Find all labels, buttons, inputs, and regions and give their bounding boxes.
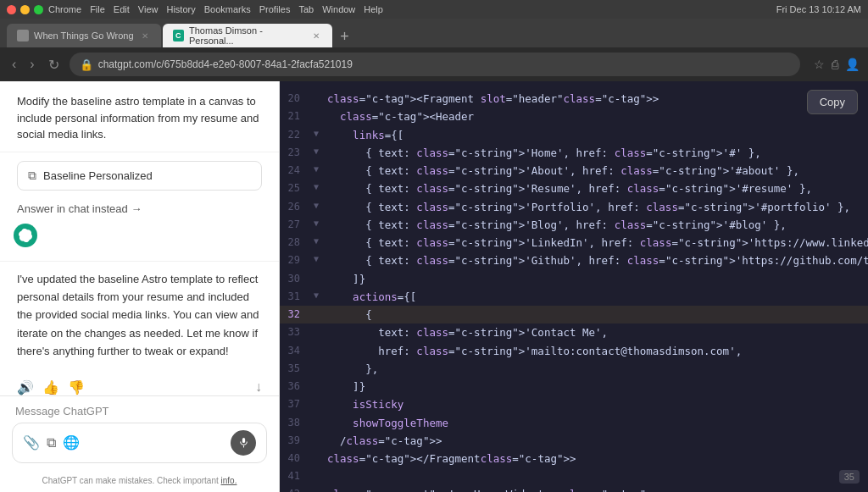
line-number: 42 xyxy=(280,485,314,492)
table-row: 20class="c-tag"><Fragment slot="header"c… xyxy=(280,90,868,108)
chat-panel: Modify the baseline astro template in a … xyxy=(0,81,280,492)
fold-arrow[interactable]: ▼ xyxy=(314,216,327,230)
table-row: 22▼ links={[ xyxy=(280,126,868,144)
input-icons: 📎 ⧉ 🌐 xyxy=(23,434,80,451)
tab-bar: When Things Go Wrong ✕ C Thomas Dimson -… xyxy=(0,19,868,47)
code-panel: Copy 20class="c-tag"><Fragment slot="hea… xyxy=(280,81,868,492)
table-row: 29▼ { text: class="c-string">'Github', h… xyxy=(280,252,868,269)
back-button[interactable]: ‹ xyxy=(8,53,19,75)
menu-file[interactable]: File xyxy=(90,4,105,14)
tab-favicon-1 xyxy=(17,30,29,41)
refresh-icon[interactable]: ↓ xyxy=(255,379,262,395)
line-number: 26 xyxy=(280,198,314,215)
table-row: 28▼ { text: class="c-string">'LinkedIn',… xyxy=(280,234,868,252)
svg-rect-0 xyxy=(242,438,244,443)
line-number: 24 xyxy=(280,162,314,179)
table-row: 38 showToggleTheme xyxy=(280,414,868,432)
menu-help[interactable]: Help xyxy=(364,4,383,14)
minimize-window-btn[interactable] xyxy=(20,5,30,14)
line-number: 28 xyxy=(280,234,314,251)
line-number: 38 xyxy=(280,414,314,431)
line-number: 25 xyxy=(280,180,314,196)
line-number: 20 xyxy=(280,90,314,107)
input-box[interactable]: 📎 ⧉ 🌐 xyxy=(12,423,267,463)
tab-label-1: When Things Go Wrong xyxy=(34,30,134,41)
line-number: 37 xyxy=(280,395,314,412)
fold-arrow[interactable]: ▼ xyxy=(314,234,327,248)
traffic-lights xyxy=(7,5,43,14)
fold-arrow[interactable]: ▼ xyxy=(314,144,327,158)
fold-arrow[interactable]: ▼ xyxy=(314,288,327,302)
table-row: 26▼ { text: class="c-string">'Portfolio'… xyxy=(280,198,868,216)
chat-response: I've updated the baseline Astro template… xyxy=(0,261,279,374)
footer-link[interactable]: info. xyxy=(221,476,237,485)
table-row: 33 text: class="c-string">'Contact Me', xyxy=(280,323,868,341)
table-row: 27▼ { text: class="c-string">'Blog', hre… xyxy=(280,216,868,234)
code-content[interactable]: 20class="c-tag"><Fragment slot="header"c… xyxy=(280,81,868,492)
menu-tab[interactable]: Tab xyxy=(298,4,314,14)
corner-indicator: 35 xyxy=(839,470,860,484)
tab-thomas-dimson[interactable]: C Thomas Dimson - Personal... ✕ xyxy=(163,24,332,47)
canvas-pill-label: Baseline Personalized xyxy=(43,169,153,182)
globe-icon[interactable]: 🌐 xyxy=(63,434,80,451)
canvas-icon: ⧉ xyxy=(28,169,36,183)
url-bar[interactable]: 🔒 chatgpt.com/c/675b8dd4-e2e0-8007-84a1-… xyxy=(70,53,800,76)
table-row: 42class="c-comment"><!-- Hero Widget --c… xyxy=(280,485,868,492)
message-label: Message ChatGPT xyxy=(12,405,267,417)
address-bar: ‹ › ↻ 🔒 chatgpt.com/c/675b8dd4-e2e0-8007… xyxy=(0,47,868,81)
table-row: 23▼ { text: class="c-string">'Home', hre… xyxy=(280,144,868,162)
menu-edit[interactable]: Edit xyxy=(114,4,130,14)
table-row: 30 ]} xyxy=(280,270,868,288)
menu-bookmarks[interactable]: Bookmarks xyxy=(204,4,251,14)
table-row: 32 { xyxy=(280,306,868,323)
menu-profiles[interactable]: Profiles xyxy=(259,4,291,14)
line-number: 40 xyxy=(280,450,314,467)
answer-chat-link[interactable]: Answer in chat instead → xyxy=(0,199,279,224)
thumbs-up-icon[interactable]: 👍 xyxy=(42,379,59,395)
mic-button[interactable] xyxy=(231,430,256,456)
close-window-btn[interactable] xyxy=(7,5,16,14)
maximize-window-btn[interactable] xyxy=(34,5,43,14)
system-time: Fri Dec 13 10:12 AM xyxy=(776,4,861,14)
chat-header-prompt: Modify the baseline astro template in a … xyxy=(0,81,279,152)
speaker-icon[interactable]: 🔊 xyxy=(17,379,34,395)
reload-button[interactable]: ↻ xyxy=(45,53,63,76)
chatgpt-response-header xyxy=(0,224,279,261)
mac-topbar-right: Fri Dec 13 10:12 AM xyxy=(776,4,861,14)
response-actions: 🔊 👍 👎 ↓ xyxy=(0,374,279,395)
fold-arrow[interactable]: ▼ xyxy=(314,126,327,141)
menu-window[interactable]: Window xyxy=(322,4,355,14)
browser-chrome: When Things Go Wrong ✕ C Thomas Dimson -… xyxy=(0,19,868,81)
table-row: 39 /class="c-tag">> xyxy=(280,432,868,450)
mac-topbar: Chrome File Edit View History Bookmarks … xyxy=(0,0,868,19)
table-row: 24▼ { text: class="c-string">'About', hr… xyxy=(280,162,868,180)
line-number: 23 xyxy=(280,144,314,161)
attach-icon[interactable]: 📎 xyxy=(23,434,40,451)
line-number: 34 xyxy=(280,342,314,359)
canvas-pill[interactable]: ⧉ Baseline Personalized xyxy=(17,161,262,191)
new-tab-button[interactable]: + xyxy=(334,25,356,47)
fold-arrow[interactable]: ▼ xyxy=(314,180,327,194)
menu-chrome[interactable]: Chrome xyxy=(48,4,81,14)
copy-button[interactable]: Copy xyxy=(807,90,858,114)
line-number: 32 xyxy=(280,306,314,323)
tab-close-1[interactable]: ✕ xyxy=(139,30,151,41)
main-content: Modify the baseline astro template in a … xyxy=(0,81,868,492)
url-text: chatgpt.com/c/675b8dd4-e2e0-8007-84a1-2f… xyxy=(98,58,353,70)
menu-view[interactable]: View xyxy=(138,4,159,14)
table-row: 37 isSticky xyxy=(280,395,868,413)
fold-arrow[interactable]: ▼ xyxy=(314,198,327,213)
fold-arrow[interactable]: ▼ xyxy=(314,162,327,176)
menu-history[interactable]: History xyxy=(166,4,195,14)
forward-button[interactable]: › xyxy=(26,53,37,75)
share-icon[interactable]: ⎙ xyxy=(832,58,838,71)
tab-close-2[interactable]: ✕ xyxy=(310,30,322,41)
line-number: 22 xyxy=(280,126,314,143)
line-number: 27 xyxy=(280,216,314,233)
star-icon[interactable]: ☆ xyxy=(814,58,825,71)
canvas-input-icon[interactable]: ⧉ xyxy=(47,435,56,451)
tab-when-things-go-wrong[interactable]: When Things Go Wrong ✕ xyxy=(7,24,161,47)
profile-icon[interactable]: 👤 xyxy=(845,58,860,71)
thumbs-down-icon[interactable]: 👎 xyxy=(68,379,85,395)
fold-arrow[interactable]: ▼ xyxy=(314,252,327,266)
